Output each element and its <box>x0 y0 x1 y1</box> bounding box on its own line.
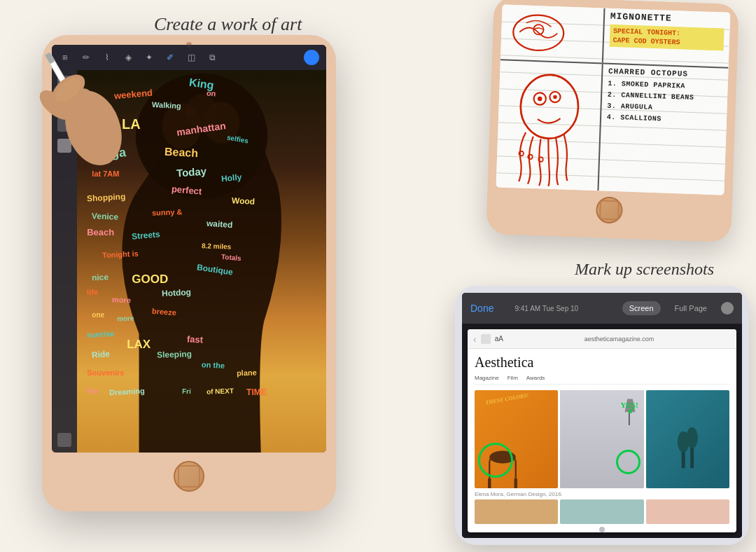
word-souvenirs: Souvenirs <box>87 368 124 377</box>
cape-cod-text: CAPE COD OYSTERS <box>612 36 680 46</box>
nav-film: Film <box>507 375 518 381</box>
screenshot-app: Done 9:41 AM Tue Sep 10 Screen Full Page… <box>462 293 742 538</box>
art-screen: ⊞ ✏ ⌇ ◈ ✦ ✐ ◫ ⧉ <box>52 45 326 453</box>
silhouette-art: weekend King LA Walking on manhattan yog… <box>77 70 326 453</box>
tool-move[interactable] <box>57 97 71 111</box>
pencil2-icon[interactable]: ✐ <box>164 51 176 64</box>
gallery-icon[interactable]: ⊞ <box>59 51 71 64</box>
word-shopping: Shopping <box>87 191 126 203</box>
tool-select[interactable] <box>57 76 71 90</box>
special-tonight: SPECIAL TONIGHT: CAPE COD OYSTERS <box>609 25 724 51</box>
svg-point-22 <box>553 95 557 99</box>
word-one: one <box>92 311 104 319</box>
word-onthe: on the <box>202 360 225 370</box>
done-button[interactable]: Done <box>470 303 493 314</box>
word-lax: LAX <box>127 338 150 352</box>
notes-list-area: CHARRED OCTOPUS 1. SMOKED PAPRIKA 2. CAN… <box>598 64 729 195</box>
nav-magazine: Magazine <box>475 375 499 381</box>
art-toolbar: ⊞ ✏ ⌇ ◈ ✦ ✐ ◫ ⧉ <box>52 45 326 70</box>
home-button-left[interactable] <box>174 461 204 492</box>
word-sunny: sunny & <box>152 207 183 217</box>
page: Create a work of art <box>0 0 756 552</box>
word-walking: Walking <box>152 100 181 110</box>
undo-icon[interactable] <box>57 433 71 447</box>
word-waited: waited <box>206 219 233 230</box>
word-beach: Beach <box>164 146 198 160</box>
url-bar: aestheticamagazine.com <box>507 336 731 343</box>
svg-point-18 <box>519 74 579 139</box>
screenshot-content: ‹ aA aestheticamagazine.com Aesthetica M… <box>462 324 742 538</box>
tablet-screenshot: Done 9:41 AM Tue Sep 10 Screen Full Page… <box>455 286 749 545</box>
notes-cell-sketch-top <box>500 4 605 62</box>
options-dot[interactable] <box>721 302 734 315</box>
eraser-icon[interactable]: ◈ <box>122 51 134 64</box>
image-orange: THESE COLORS! <box>475 390 558 488</box>
tab-icon <box>481 334 491 344</box>
word-ofnext: of NEXT <box>206 387 234 395</box>
color-picker[interactable] <box>304 50 319 65</box>
screenshot-time: 9:41 AM Tue Sep 10 <box>514 305 578 312</box>
screenshot-toolbar: Done 9:41 AM Tue Sep 10 Screen Full Page <box>462 293 742 324</box>
image-teal <box>646 390 729 488</box>
pen-icon[interactable]: ✏ <box>80 51 92 64</box>
word-tonight: Tonight is <box>102 249 138 259</box>
site-nav: Magazine Film Awards <box>475 375 729 385</box>
strip-img-2 <box>560 499 643 524</box>
word-on: on <box>206 89 216 98</box>
word-lat7am: lat 7AM <box>92 170 119 178</box>
teal-image <box>646 390 729 488</box>
layers-icon[interactable]: ⧉ <box>206 51 218 64</box>
aa-text: aA <box>495 335 503 343</box>
tablet-notes: MIGNONETTE SPECIAL TONIGHT: CAPE COD OYS… <box>486 0 739 242</box>
word-yoga: yoga <box>97 145 127 163</box>
special-tonight-text: SPECIAL TONIGHT: <box>613 27 680 37</box>
back-arrow-icon: ‹ <box>473 333 477 345</box>
word-time: TIME <box>246 387 267 397</box>
notes-top-section: MIGNONETTE SPECIAL TONIGHT: CAPE COD OYS… <box>500 4 731 68</box>
notes-bottom-section: CHARRED OCTOPUS 1. SMOKED PAPRIKA 2. CAN… <box>496 60 729 195</box>
word-beach2: Beach <box>87 227 114 237</box>
full-page-button[interactable]: Full Page <box>668 301 714 315</box>
word-la: LA <box>122 116 141 132</box>
notes-sketch-area <box>496 60 603 191</box>
markup-text-colors: THESE COLORS! <box>485 392 530 406</box>
word-venice: Venice <box>92 211 118 221</box>
word-fri: Fri <box>181 387 190 395</box>
svg-rect-28 <box>514 478 518 488</box>
screenshot-screen: Done 9:41 AM Tue Sep 10 Screen Full Page… <box>462 293 742 538</box>
home-button-notes[interactable] <box>596 196 623 223</box>
tool-transform[interactable] <box>57 118 71 132</box>
nav-awards: Awards <box>526 375 545 381</box>
markup-circle-2 <box>616 450 640 474</box>
image-chair: YES! ↙ <box>560 390 643 488</box>
site-title: Aesthetica <box>475 354 729 371</box>
word-sleeping: Sleeping <box>157 349 192 360</box>
svg-point-20 <box>538 97 542 102</box>
word-wood: Wood <box>231 195 255 207</box>
screen-button[interactable]: Screen <box>622 301 661 315</box>
ingredient-list: 1. SMOKED PAPRIKA 2. CANNELLINI BEANS 3.… <box>606 78 722 127</box>
word-hotdog: Hotdog <box>162 287 192 298</box>
word-breeze: breeze <box>151 306 176 316</box>
strip-img-3 <box>646 499 729 524</box>
aesthetica-content: Aesthetica Magazine Film Awards <box>468 349 736 530</box>
word-today: Today <box>176 165 207 179</box>
word-ride: Ride <box>92 349 111 360</box>
word-fast: fast <box>186 333 203 345</box>
notes-screen: MIGNONETTE SPECIAL TONIGHT: CAPE COD OYS… <box>496 4 731 195</box>
strip-img-1 <box>475 499 558 524</box>
charred-title: CHARRED OCTOPUS <box>608 67 723 80</box>
erase2-icon[interactable]: ◫ <box>185 51 197 64</box>
tool-icon[interactable]: ✦ <box>143 51 155 64</box>
word-plane: plane <box>237 368 257 377</box>
brush-icon[interactable]: ⌇ <box>101 51 113 64</box>
svg-point-33 <box>687 427 699 448</box>
word-sunrise: sunrise <box>87 329 115 339</box>
word-life: life <box>87 288 99 297</box>
mignonette-text: MIGNONETTE <box>610 11 725 26</box>
tool-crop[interactable] <box>57 139 71 153</box>
caption: Elena Mora, German Design, 2016. <box>475 491 729 497</box>
art-canvas: ⊞ ✏ ⌇ ◈ ✦ ✐ ◫ ⧉ <box>52 45 326 453</box>
inner-screenshot: ‹ aA aestheticamagazine.com Aesthetica M… <box>468 329 736 532</box>
heading-markup: Mark up screenshots <box>575 260 714 279</box>
